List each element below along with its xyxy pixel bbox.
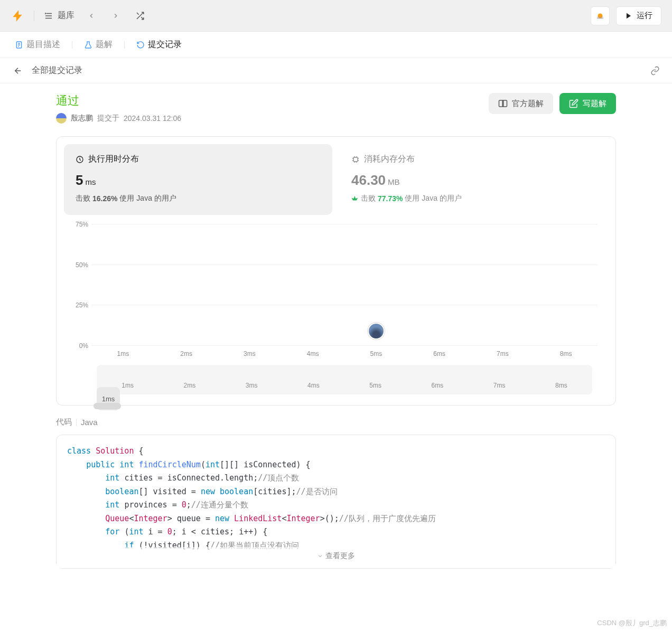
code-head: 代码 Java	[56, 417, 616, 427]
memory-beat-pct: 77.73%	[378, 194, 403, 203]
slider-label: 6ms	[406, 382, 468, 392]
tab-description-label: 题目描述	[26, 39, 60, 50]
chart: 0%25%50%75% 1ms2ms3ms4ms5ms6ms7ms8ms 1ms…	[64, 224, 608, 394]
submitted-time: 2024.03.31 12:06	[124, 114, 181, 123]
x-axis-labels: 1ms2ms3ms4ms5ms6ms7ms8ms	[91, 346, 598, 357]
stats-row: 执行用时分布 5 ms 击败 16.26% 使用 Java 的用户 消耗内存分布	[64, 144, 608, 215]
memory-beat-label: 击败	[361, 194, 376, 203]
runtime-stat[interactable]: 执行用时分布 5 ms 击败 16.26% 使用 Java 的用户	[64, 144, 332, 215]
x-label: 6ms	[408, 346, 471, 357]
slider-label: 8ms	[530, 382, 592, 392]
x-label: 2ms	[155, 346, 218, 357]
slider-mini-thumb[interactable]	[94, 403, 121, 409]
tab-submissions[interactable]: 提交记录	[136, 39, 182, 50]
prev-button[interactable]	[84, 8, 99, 23]
official-solution-button[interactable]: 官方题解	[489, 93, 553, 114]
book-icon	[498, 99, 508, 108]
runtime-value-row: 5 ms	[76, 172, 321, 189]
divider	[34, 11, 34, 21]
bar-chart: 0%25%50%75%	[70, 224, 598, 346]
problems-label: 题库	[58, 10, 74, 21]
back-button[interactable]	[11, 63, 25, 78]
play-icon	[625, 12, 632, 20]
link-button[interactable]	[648, 63, 662, 78]
doc-icon	[15, 41, 23, 49]
clock-icon	[76, 155, 84, 164]
user-row: 殷志鹏 提交于 2024.03.31 12:06	[56, 113, 489, 124]
slider-label: 2ms	[158, 382, 220, 392]
status-label: 通过	[56, 93, 489, 109]
memory-lang-label: 使用 Java 的用户	[405, 194, 461, 203]
debug-button[interactable]	[591, 6, 610, 25]
arrow-left-icon	[13, 66, 23, 76]
tab-solution[interactable]: 题解	[84, 39, 113, 50]
tab-submissions-label: 提交记录	[148, 39, 182, 50]
chevron-right-icon	[112, 12, 119, 20]
history-icon	[136, 41, 145, 49]
code-lang: Java	[81, 418, 98, 427]
tabs: 题目描述 题解 提交记录	[0, 32, 672, 58]
content: 通过 殷志鹏 提交于 2024.03.31 12:06 官方题解 写题解	[0, 83, 672, 569]
clap-icon	[351, 195, 359, 202]
code: class Solution { public int findCircleNu…	[57, 445, 615, 552]
x-label: 3ms	[218, 346, 282, 357]
runtime-sub: 击败 16.26% 使用 Java 的用户	[76, 194, 321, 203]
bug-icon	[595, 11, 605, 21]
runtime-value: 5	[76, 172, 83, 189]
run-button[interactable]: 运行	[616, 6, 661, 25]
official-solution-label: 官方题解	[512, 99, 544, 109]
chip-icon	[351, 155, 360, 164]
svg-rect-7	[597, 16, 603, 19]
memory-unit: MB	[388, 177, 400, 186]
code-box: class Solution { public int findCircleNu…	[56, 435, 616, 569]
divider	[124, 41, 125, 49]
avatar	[56, 113, 67, 124]
topbar-right: 运行	[591, 6, 661, 25]
chevron-left-icon	[88, 12, 95, 20]
subhead: 全部提交记录	[0, 58, 672, 83]
show-more-button[interactable]: 查看更多	[57, 547, 615, 568]
tab-description[interactable]: 题目描述	[15, 39, 60, 50]
topbar: 题库 运行	[0, 0, 672, 32]
x-label: 5ms	[344, 346, 408, 357]
slider-track[interactable]: 1ms1ms2ms3ms4ms5ms6ms7ms8ms	[97, 365, 592, 394]
memory-title: 消耗内存分布	[364, 154, 415, 165]
memory-sub: 击败 77.73% 使用 Java 的用户	[351, 194, 596, 203]
memory-stat[interactable]: 消耗内存分布 46.30 MB 击败 77.73% 使用 Java 的用户	[340, 144, 608, 215]
runtime-head: 执行用时分布	[76, 154, 321, 165]
x-label: 7ms	[471, 346, 535, 357]
x-label: 8ms	[534, 346, 598, 357]
user-name: 殷志鹏	[71, 114, 93, 123]
slider-label: 3ms	[221, 382, 283, 392]
logo	[11, 9, 24, 23]
memory-head: 消耗内存分布	[351, 154, 596, 165]
write-solution-button[interactable]: 写题解	[559, 93, 616, 114]
runtime-beat-pct: 16.26%	[92, 194, 117, 203]
button-row: 官方题解 写题解	[489, 93, 616, 114]
next-button[interactable]	[108, 8, 123, 23]
slider-label: 4ms	[283, 382, 344, 392]
subhead-label: 全部提交记录	[32, 65, 82, 76]
memory-value: 46.30	[351, 172, 386, 189]
write-solution-label: 写题解	[583, 99, 606, 109]
submitted-prefix: 提交于	[97, 114, 119, 123]
edit-icon	[569, 99, 578, 108]
shuffle-button[interactable]	[133, 8, 147, 23]
list-icon	[44, 11, 53, 21]
problems-link[interactable]: 题库	[44, 10, 74, 21]
runtime-lang-label: 使用 Java 的用户	[119, 194, 176, 203]
x-label: 1ms	[91, 346, 155, 357]
runtime-title: 执行用时分布	[88, 154, 139, 165]
user-marker	[368, 323, 385, 340]
divider	[76, 419, 77, 426]
slider-label: 5ms	[344, 382, 406, 392]
tab-solution-label: 题解	[96, 39, 113, 50]
chevron-down-icon	[317, 553, 323, 559]
svg-line-5	[137, 13, 139, 15]
slider-label: 1ms1ms	[97, 382, 158, 392]
memory-value-row: 46.30 MB	[351, 172, 596, 189]
flask-icon	[84, 41, 92, 49]
show-more-label: 查看更多	[325, 551, 355, 561]
runtime-unit: ms	[85, 177, 96, 186]
svg-marker-8	[627, 13, 631, 18]
